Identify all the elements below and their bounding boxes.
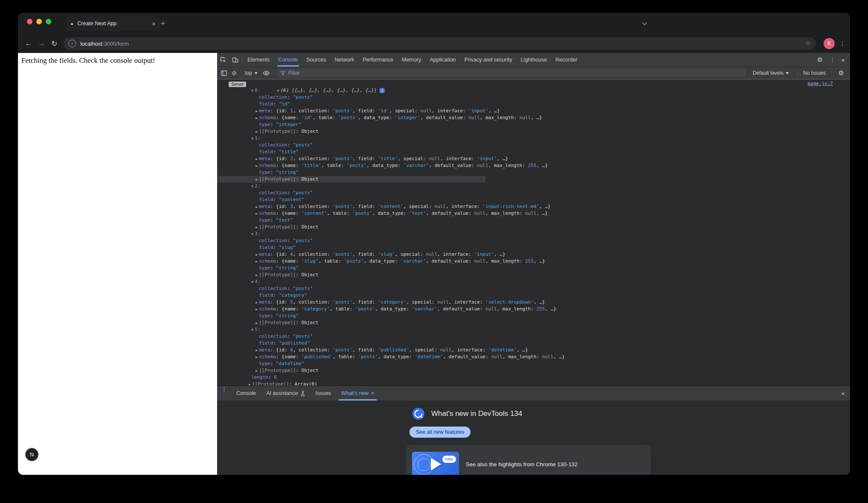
- console-array-prototype[interactable]: ▶[[Prototype]]: Array(0): [217, 381, 850, 386]
- console-settings-icon[interactable]: ⚙: [837, 69, 846, 77]
- console-prop-collection[interactable]: collection: "posts": [217, 285, 850, 292]
- console-entry-header[interactable]: ▼0:: [217, 87, 850, 94]
- console-prop-prototype[interactable]: ▶[[Prototype]]: Object: [217, 224, 850, 231]
- nextjs-devtools-button[interactable]: N: [25, 448, 38, 461]
- device-toolbar-icon[interactable]: [229, 53, 241, 67]
- back-button[interactable]: ←: [22, 39, 35, 48]
- log-levels-selector[interactable]: Default levels: [749, 70, 792, 76]
- console-sidebar-icon[interactable]: [219, 70, 229, 76]
- console-prop-prototype[interactable]: ▶[[Prototype]]: Object: [217, 367, 850, 374]
- expand-arrow-icon[interactable]: ▶: [249, 381, 252, 386]
- console-prop-schema[interactable]: ▶schema: {name: 'content', table: 'posts…: [217, 210, 850, 217]
- console-prop-schema[interactable]: ▶schema: {name: 'title', table: 'posts',…: [217, 162, 850, 169]
- devtools-settings-icon[interactable]: ⚙: [814, 56, 826, 64]
- devtools-tab-network[interactable]: Network: [330, 53, 359, 67]
- console-filter-input[interactable]: Filter: [277, 69, 746, 77]
- zoom-window-button[interactable]: [46, 19, 51, 24]
- expand-arrow-icon[interactable]: ▼: [251, 88, 255, 94]
- clear-console-icon[interactable]: ⊘: [229, 70, 239, 76]
- video-thumbnail[interactable]: new: [412, 452, 459, 475]
- live-expression-eye-icon[interactable]: [261, 70, 271, 76]
- console-prop-meta[interactable]: ▶meta: {id: 6, collection: 'posts', fiel…: [217, 347, 850, 354]
- console-prop-field[interactable]: field: "category": [217, 292, 850, 299]
- expand-arrow-icon[interactable]: ▶: [256, 176, 259, 183]
- drawer-tab-what-s-new[interactable]: What's new×: [336, 386, 380, 401]
- console-prop-meta[interactable]: ▶meta: {id: 4, collection: 'posts', fiel…: [217, 251, 850, 258]
- expand-arrow-icon[interactable]: ▶: [256, 354, 259, 361]
- console-prop-meta[interactable]: ▶meta: {id: 5, collection: 'posts', fiel…: [217, 299, 850, 306]
- devtools-tab-recorder[interactable]: Recorder: [551, 53, 582, 67]
- devtools-tab-memory[interactable]: Memory: [397, 53, 425, 67]
- console-prop-collection[interactable]: collection: "posts": [217, 94, 850, 101]
- console-prop-type[interactable]: type: "string": [217, 313, 850, 319]
- console-array-message[interactable]: Server▼(6) [{…}, {…}, {…}, {…}, {…}, {…}…: [217, 80, 850, 87]
- console-prop-collection[interactable]: collection: "posts": [217, 333, 850, 340]
- devtools-menu-icon[interactable]: ⋮: [826, 57, 839, 63]
- drawer-close-icon[interactable]: ×: [839, 390, 850, 397]
- drawer-tab-issues[interactable]: Issues: [310, 386, 336, 401]
- expand-arrow-icon[interactable]: ▶: [256, 368, 259, 374]
- expand-arrow-icon[interactable]: ▼: [251, 327, 255, 333]
- tab-close-icon[interactable]: ×: [152, 20, 156, 27]
- address-bar[interactable]: i localhost:3000/form ☆: [63, 37, 816, 50]
- see-all-features-button[interactable]: See all new features: [409, 427, 471, 438]
- expand-arrow-icon[interactable]: ▼: [251, 135, 255, 142]
- expand-arrow-icon[interactable]: ▶: [256, 115, 259, 122]
- expand-arrow-icon[interactable]: ▶: [256, 306, 259, 313]
- reload-button[interactable]: ↻: [48, 39, 61, 48]
- drawer-tab-console[interactable]: Console: [231, 386, 261, 401]
- console-prop-schema[interactable]: ▶schema: {name: 'slug', table: 'posts', …: [217, 258, 850, 265]
- expand-arrow-icon[interactable]: ▶: [256, 163, 259, 170]
- expand-arrow-icon[interactable]: ▶: [256, 299, 259, 306]
- expand-arrow-icon[interactable]: ▶: [256, 252, 259, 258]
- console-prop-type[interactable]: type: "dateTime": [217, 360, 850, 367]
- console-prop-schema[interactable]: ▶schema: {name: 'published', table: 'pos…: [217, 354, 850, 360]
- devtools-tab-performance[interactable]: Performance: [359, 53, 398, 67]
- console-prop-type[interactable]: type: "string": [217, 169, 850, 176]
- console-entry-header[interactable]: ▼4:: [217, 278, 850, 285]
- expand-arrow-icon[interactable]: ▶: [256, 258, 259, 265]
- browser-menu-icon[interactable]: ⋮: [839, 40, 846, 47]
- site-info-icon[interactable]: i: [68, 40, 76, 47]
- expand-arrow-icon[interactable]: ▶: [256, 224, 259, 231]
- devtools-tab-console[interactable]: Console: [274, 53, 302, 67]
- console-array-length[interactable]: length: 6: [217, 374, 850, 381]
- highlight-card[interactable]: new See also the highlights from Chrome …: [406, 445, 650, 475]
- close-window-button[interactable]: [27, 19, 32, 24]
- expand-arrow-icon[interactable]: ▶: [256, 129, 259, 135]
- devtools-tab-elements[interactable]: Elements: [243, 53, 274, 67]
- console-prop-collection[interactable]: collection: "posts": [217, 142, 850, 149]
- bookmark-star-icon[interactable]: ☆: [805, 40, 811, 47]
- expand-arrow-icon[interactable]: ▶: [256, 272, 259, 279]
- console-prop-meta[interactable]: ▶meta: {id: 3, collection: 'posts', fiel…: [217, 203, 850, 210]
- console-prop-type[interactable]: type: "integer": [217, 121, 850, 128]
- expand-arrow-icon[interactable]: ▶: [256, 320, 259, 327]
- console-prop-schema[interactable]: ▶schema: {name: 'category', table: 'post…: [217, 306, 850, 313]
- console-prop-prototype[interactable]: ▶[[Prototype]]: Object: [217, 176, 485, 183]
- console-prop-type[interactable]: type: "text": [217, 217, 850, 224]
- console-prop-collection[interactable]: collection: "posts": [217, 190, 850, 196]
- console-prop-prototype[interactable]: ▶[[Prototype]]: Object: [217, 272, 850, 278]
- minimize-window-button[interactable]: [36, 19, 42, 24]
- devtools-close-icon[interactable]: ×: [839, 56, 850, 64]
- forward-button[interactable]: →: [35, 39, 48, 48]
- new-tab-button[interactable]: +: [161, 20, 165, 27]
- console-prop-meta[interactable]: ▶meta: {id: 1, collection: 'posts', fiel…: [217, 108, 850, 114]
- console-prop-meta[interactable]: ▶meta: {id: 2, collection: 'posts', fiel…: [217, 155, 850, 162]
- profile-avatar[interactable]: K: [824, 38, 835, 49]
- expand-arrow-icon[interactable]: ▶: [256, 204, 259, 211]
- source-link[interactable]: page.js:7: [807, 80, 833, 87]
- console-prop-type[interactable]: type: "string": [217, 265, 850, 272]
- console-entry-header[interactable]: ▼1:: [217, 135, 850, 142]
- devtools-tab-sources[interactable]: Sources: [302, 53, 330, 67]
- javascript-context-selector[interactable]: top: [241, 70, 261, 76]
- expand-arrow-icon[interactable]: ▼: [251, 183, 255, 190]
- expand-arrow-icon[interactable]: ▶: [256, 347, 259, 354]
- console-prop-field[interactable]: field: "title": [217, 149, 850, 155]
- console-prop-field[interactable]: field: "published": [217, 340, 850, 347]
- devtools-tab-privacy-and-security[interactable]: Privacy and security: [460, 53, 517, 67]
- console-prop-schema[interactable]: ▶schema: {name: 'id', table: 'posts', da…: [217, 114, 850, 121]
- console-prop-field[interactable]: field: "id": [217, 101, 850, 108]
- console-entry-header[interactable]: ▼2:: [217, 183, 850, 190]
- expand-arrow-icon[interactable]: ▼: [251, 279, 255, 286]
